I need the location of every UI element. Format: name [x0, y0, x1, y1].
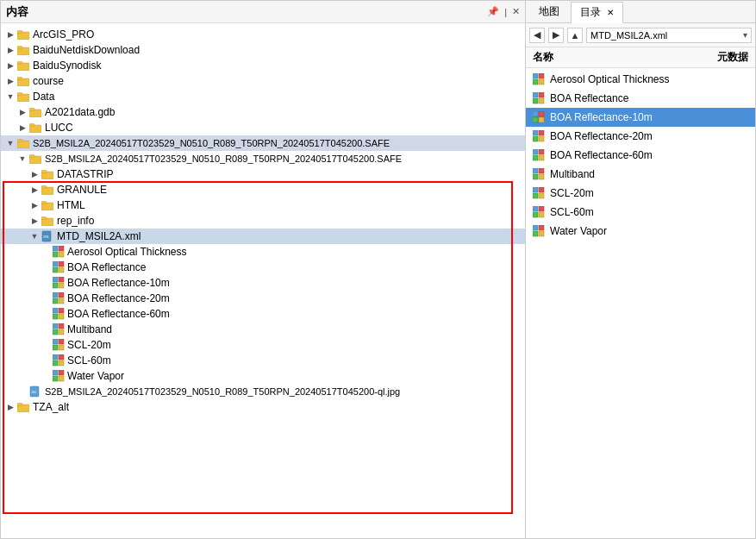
up-button[interactable]: ▲: [567, 28, 583, 43]
expand-icon[interactable]: ▶: [4, 60, 16, 72]
item-label: S2B_MSIL2A_20240517T023529_N0510_R089_T5…: [45, 154, 402, 164]
expand-icon[interactable]: ▼: [28, 230, 41, 242]
tab-map[interactable]: 地图: [529, 1, 569, 22]
right-list-item-water-vapor[interactable]: Water Vapor: [526, 222, 755, 241]
svg-rect-93: [539, 187, 544, 192]
back-button[interactable]: ◀: [529, 28, 545, 43]
item-label: BOA Reflectance: [550, 92, 628, 104]
item-label: BaiduNetdiskDownload: [33, 44, 140, 56]
svg-rect-84: [533, 149, 538, 154]
svg-rect-87: [539, 155, 544, 160]
svg-rect-28: [53, 246, 58, 251]
right-list-item-aerosol[interactable]: Aerosol Optical Thickness: [526, 70, 755, 89]
tree-item-boa-20m[interactable]: ▶ BOA Reflectance-20m: [1, 291, 525, 306]
tree-item-datastrip[interactable]: ▶ DATASTRIP: [1, 166, 525, 182]
meta-column-header: 元数据: [717, 50, 748, 65]
tab-close-button[interactable]: ✕: [607, 8, 614, 17]
right-list-item-boa-10m[interactable]: BOA Reflectance-10m: [526, 108, 755, 127]
tree-item-boa-60m[interactable]: ▶ BOA Reflectance-60m: [1, 306, 525, 322]
expand-icon[interactable]: ▼: [4, 137, 16, 149]
tree-item-tza[interactable]: ▶ TZA_alt: [1, 399, 525, 415]
nav-dropdown-icon[interactable]: ▾: [743, 30, 747, 40]
tree-item-html[interactable]: ▶ HTML: [1, 197, 525, 213]
svg-rect-5: [17, 62, 22, 65]
svg-rect-17: [29, 155, 34, 158]
item-label: TZA_alt: [33, 401, 69, 413]
svg-rect-96: [533, 206, 538, 211]
tree-item-granule[interactable]: ▶ GRANULE: [1, 182, 525, 197]
grid-icon: [53, 246, 65, 258]
expand-icon[interactable]: ▶: [4, 44, 16, 56]
tree-item[interactable]: ▼ Data: [1, 89, 525, 104]
expand-icon[interactable]: ▶: [28, 199, 41, 211]
folder-icon: [41, 184, 54, 196]
tree-item-scl-60m[interactable]: ▶ SCL-60m: [1, 353, 525, 368]
expand-icon[interactable]: ▶: [16, 106, 28, 118]
right-list-item-boa-20m[interactable]: BOA Reflectance-20m: [526, 127, 755, 146]
svg-rect-29: [59, 246, 64, 251]
svg-rect-9: [17, 93, 22, 96]
tree-container[interactable]: ▶ ArcGIS_PRO ▶ BaiduNetdiskDownload ▶ Ba…: [1, 23, 525, 538]
svg-rect-58: [53, 360, 58, 366]
svg-rect-63: [59, 376, 64, 381]
right-list-item-scl-60m[interactable]: SCL-60m: [526, 203, 755, 222]
tree-item[interactable]: ▶ course: [1, 73, 525, 89]
tab-catalog[interactable]: 目录 ✕: [571, 2, 623, 23]
tree-item-mtd-xml[interactable]: ▼ XML MTD_MSIL2A.xml: [1, 229, 525, 244]
item-label: course: [33, 75, 64, 87]
item-label: LUCC: [45, 122, 73, 134]
expand-icon[interactable]: ▼: [16, 153, 28, 165]
expand-icon[interactable]: ▶: [4, 28, 16, 41]
right-list-item-multiband[interactable]: Multiband: [526, 165, 755, 184]
svg-rect-102: [533, 231, 538, 236]
grid-icon: [533, 130, 545, 142]
grid-icon: [533, 168, 545, 180]
right-list-item-boa-60m[interactable]: BOA Reflectance-60m: [526, 146, 755, 165]
nav-path[interactable]: MTD_MSIL2A.xml ▾: [586, 28, 752, 43]
tree-item-boa-10m[interactable]: ▶ BOA Reflectance-10m: [1, 275, 525, 291]
tree-item-aerosol[interactable]: ▶ Aerosol Optical Thickness: [1, 244, 525, 260]
svg-rect-49: [59, 323, 64, 329]
svg-rect-55: [59, 345, 64, 350]
tree-item-boa-ref[interactable]: ▶ BOA Reflectance: [1, 260, 525, 275]
svg-rect-47: [59, 314, 64, 319]
tree-item-scl-20m[interactable]: ▶ SCL-20m: [1, 337, 525, 353]
tree-item-repinfo[interactable]: ▶ rep_info: [1, 213, 525, 229]
tree-item-s2b-jpg[interactable]: ▶ IMG S2B_MSIL2A_20240517T023529_N0510_R…: [1, 384, 525, 399]
svg-rect-46: [53, 314, 58, 319]
expand-icon[interactable]: ▶: [4, 401, 16, 413]
tree-item-s2b-outer[interactable]: ▼ S2B_MSIL2A_20240517T023529_N0510_R089_…: [1, 135, 525, 151]
tree-item-s2b-inner[interactable]: ▼ S2B_MSIL2A_20240517T023529_N0510_R089_…: [1, 151, 525, 166]
svg-text:IMG: IMG: [31, 391, 36, 394]
item-label: S2B_MSIL2A_20240517T023529_N0510_R089_T5…: [33, 138, 390, 148]
svg-rect-81: [539, 130, 544, 135]
tree-item[interactable]: ▶ BaiduNetdiskDownload: [1, 42, 525, 58]
expand-icon[interactable]: ▶: [28, 184, 41, 196]
expand-icon[interactable]: ▶: [28, 215, 41, 227]
expand-icon[interactable]: ▶: [28, 168, 41, 180]
tree-item[interactable]: ▶ LUCC: [1, 120, 525, 135]
tree-item[interactable]: ▶ ArcGIS_PRO: [1, 27, 525, 42]
tree-item[interactable]: ▶ A2021data.gdb: [1, 104, 525, 120]
item-label: Water Vapor: [550, 225, 607, 237]
pin-button[interactable]: 📌: [487, 6, 499, 17]
grid-icon: [533, 73, 545, 85]
svg-rect-101: [539, 225, 544, 230]
close-button[interactable]: ✕: [512, 6, 520, 17]
expand-icon[interactable]: ▼: [4, 91, 16, 103]
right-list[interactable]: Aerosol Optical Thickness BOA Reflectanc…: [526, 68, 755, 538]
tree-item-multiband[interactable]: ▶ Multiband: [1, 322, 525, 337]
right-list-item-scl-20m[interactable]: SCL-20m: [526, 184, 755, 203]
svg-rect-92: [533, 187, 538, 192]
tree-item[interactable]: ▶ BaiduSynodisk: [1, 58, 525, 73]
svg-rect-60: [53, 370, 58, 375]
item-label: Multiband: [67, 323, 112, 335]
item-label: BOA Reflectance-10m: [550, 111, 653, 123]
svg-rect-79: [539, 117, 544, 122]
forward-button[interactable]: ▶: [548, 28, 564, 43]
expand-icon[interactable]: ▶: [4, 75, 16, 87]
tree-item-water-vapor[interactable]: ▶ Water Vapor: [1, 368, 525, 384]
expand-icon[interactable]: ▶: [16, 122, 28, 134]
right-list-item-boa-ref[interactable]: BOA Reflectance: [526, 89, 755, 108]
folder-icon: [16, 75, 30, 87]
